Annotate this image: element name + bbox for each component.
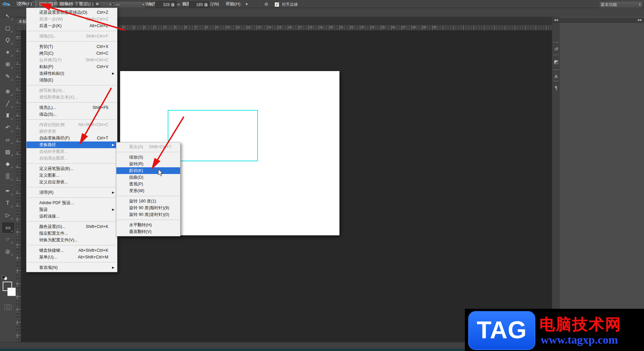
menu-item-label: 斜切(K) [129,168,143,173]
menu-item[interactable]: 远程连接... [26,213,117,220]
menu-item[interactable]: 透视(P) [116,181,180,187]
shape-width-field[interactable]: 328 像 [156,1,176,8]
menu-item[interactable]: 查找和替换文本(X)... [26,94,117,101]
menu-item[interactable]: 指定配置文件... [26,230,117,237]
arrange-icon[interactable]: ✦ [245,1,249,7]
menu-item[interactable]: 键盘快捷键...Alt+Shift+Ctrl+K [26,247,117,254]
menu-item[interactable]: 操控变形 [26,128,117,135]
menu-item[interactable]: 描边(S)... [26,111,117,118]
lasso-tool[interactable]: Ϙ [2,36,13,45]
new-layer-icon[interactable]: ▫ [217,1,218,7]
toolbox-collapse-button[interactable]: » [0,2,17,7]
shape-height-field[interactable]: 185 像 [189,1,210,8]
menu-item[interactable]: 转换为配置文件(V)... [26,237,117,243]
zoom-tool[interactable]: ◎ [2,247,13,256]
menu-separator [27,262,116,262]
hand-tool[interactable]: ☞ [2,235,13,244]
menu-item[interactable]: 旋转(R) [116,161,180,167]
sponge-tool[interactable]: ▒ [2,171,13,181]
align-edges-checkbox[interactable]: ✓ [274,2,279,7]
menu-item-label: 拷贝(C) [39,51,53,56]
menu-item[interactable]: 旋转 90 度(逆时针)(0) [116,211,180,218]
menu-item[interactable]: Adobe PDF 预设... [26,199,117,206]
quick-mask-button[interactable] [4,304,12,310]
history-brush-tool[interactable]: ↶ [2,123,13,132]
clone-stamp-tool[interactable]: ♜ [2,111,13,120]
menu-item[interactable]: 定义自定形状... [26,179,117,185]
menu-item[interactable]: 缩放(S) [116,154,180,161]
rectangle-tool[interactable]: ▭ [2,223,14,233]
menu-item[interactable]: 定义画笔预设(B)... [26,165,117,172]
workspace-switcher[interactable]: 基本功能 ⇕ [599,1,643,8]
menu-item-label: 清除(E) [39,78,53,82]
menu-item[interactable]: 内容识别比例Alt+Shift+Ctrl+C [26,121,117,128]
healing-brush-tool[interactable]: ⊕ [2,87,13,96]
menu-item[interactable]: 选择性粘贴(I)▶ [26,70,117,77]
menu-item[interactable]: 颜色设置(G)...Shift+Ctrl+K [26,223,117,230]
stroke-options-dropdown[interactable]: ▾ [99,1,113,8]
menu-item-label: 自动混合图层... [39,156,68,161]
default-swatches-icon[interactable] [2,276,7,280]
menu-separator [27,163,116,164]
menu-item[interactable]: 剪切(T)Ctrl+X [26,43,117,50]
align-icon[interactable]: ⊟ [231,1,234,7]
menu-item[interactable]: 扭曲(D) [116,174,180,181]
character-panel-icon[interactable]: A [552,72,560,80]
menu-item[interactable]: 垂直翻转(V) [116,228,180,235]
path-selection-tool[interactable]: ▷ [2,211,13,220]
menu-item[interactable]: 还原设置形状图层描边(O)Ctrl+Z [26,9,117,16]
menu-item[interactable]: 首选项(N)▶ [26,264,117,271]
menu-item[interactable]: 变换路径▶ [26,141,117,148]
menu-item[interactable]: 预设▶ [26,206,117,213]
timer-icon[interactable] [32,1,37,6]
link-dimensions-icon[interactable]: ∞ [177,1,180,7]
stroke-type-dropdown[interactable]: —▾ [114,1,146,8]
menu-item[interactable]: 渐隐(D)...Shift+Ctrl+F [26,33,117,40]
menu-item[interactable]: 清理(R)▶ [26,189,117,196]
zoom-level[interactable]: 100% [16,1,26,6]
crop-tool[interactable]: ⊞ [2,60,13,69]
eyedropper-tool[interactable]: ✎ [2,72,13,81]
menu-item-label: 水平翻转(H) [129,223,152,227]
menu-item[interactable]: 后退一步(K)Alt+Ctrl+Z [26,22,117,29]
status-expand-button[interactable]: ▶ [95,1,100,6]
menu-item[interactable]: 自动对齐图层... [26,148,117,155]
gear-icon[interactable]: ⚙ [264,1,268,7]
rectangle-shape-path[interactable] [168,110,258,161]
properties-panel-icon[interactable]: ◩ [552,58,560,66]
brush-tool[interactable]: ╱ [2,99,13,108]
menu-item[interactable]: 前进一步(W)Shift+Ctrl+Z [26,16,117,22]
menu-item[interactable]: 拼写检查(H)... [26,87,117,94]
menu-item[interactable]: 合并拷贝(Y)Shift+Ctrl+C [26,57,117,63]
paragraph-panel-icon[interactable]: ¶ [552,84,560,92]
menu-item[interactable]: 变形(W) [116,187,180,194]
menu-item[interactable]: 粘贴(P)Ctrl+V [26,63,117,70]
gradient-tool[interactable]: ▨ [2,147,13,157]
foreground-color-swatch[interactable] [3,282,12,291]
pen-tool[interactable]: ✒ [2,186,13,196]
menu-item[interactable]: 旋转 90 度(顺时针)(9) [116,204,180,211]
menu-item-label: 旋转 180 度(1) [129,199,156,203]
eraser-tool[interactable]: ▱ [2,135,13,144]
menu-item[interactable]: 水平翻转(H) [116,222,180,228]
v-ruler-label: 2 [16,62,18,64]
history-panel-icon[interactable]: ↺ [552,45,560,53]
menu-item[interactable]: 旋转 180 度(1) [116,198,180,204]
menu-item[interactable]: 自动混合图层... [26,155,117,162]
vertical-ruler: 432101234567891 01 11 21 31 41 51 61 71 … [16,30,21,342]
menu-item[interactable]: 再次(A)Shift+Ctrl+T [116,143,180,150]
menu-item[interactable]: 清除(E) [26,77,117,83]
move-tool[interactable]: ↖ [2,11,13,21]
magic-wand-tool[interactable]: ∗ [2,48,13,57]
menu-item[interactable]: 菜单(U)...Alt+Shift+Ctrl+M [26,254,117,260]
blur-tool[interactable]: ◆ [2,159,13,169]
menu-item[interactable]: 定义图案... [26,172,117,179]
menu-item[interactable]: 自由变换路径(F)Ctrl+T [26,135,117,141]
strip-divider [552,82,560,83]
rectangular-marquee-tool[interactable]: ▢ [2,23,13,33]
type-tool[interactable]: T [2,198,13,208]
menu-item[interactable]: 拷贝(C)Ctrl+C [26,50,117,57]
menu-item[interactable]: 填充(L)...Shift+F5 [26,104,117,111]
dock-collapse-bar[interactable]: ◀◀ ▶▶ [552,18,644,23]
menu-item[interactable]: 斜切(K) [116,167,180,174]
